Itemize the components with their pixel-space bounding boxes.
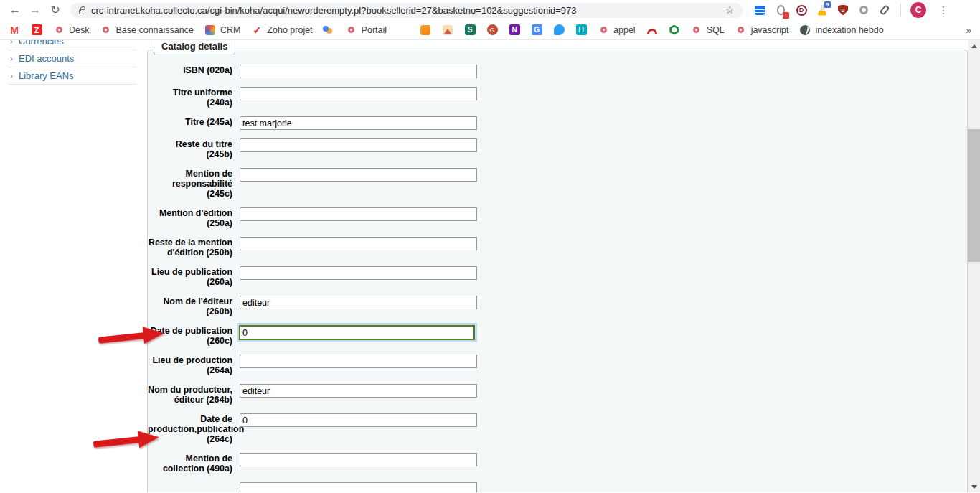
scrollbar-thumb[interactable] bbox=[968, 129, 980, 262]
form-row-date-production-264c: Date de production,publication (264c) bbox=[148, 413, 477, 444]
field-label: Mention de collection (490a) bbox=[148, 453, 232, 474]
form-row-date-publication-260c: Date de publication (260c) bbox=[148, 325, 477, 346]
paperclip-icon[interactable] bbox=[878, 4, 891, 17]
form-row-titre-uniforme-240a: Titre uniforme (240a) bbox=[148, 87, 477, 108]
lieu-publication-260a-input[interactable] bbox=[240, 266, 477, 280]
bookmark-label: Base connaissance bbox=[116, 25, 193, 35]
field-label: Titre uniforme (240a) bbox=[148, 87, 232, 108]
bookmark-appel[interactable]: appel bbox=[598, 24, 636, 36]
flask-icon[interactable]: 9 bbox=[816, 4, 829, 17]
bookmark-arch[interactable] bbox=[646, 24, 658, 36]
field-label: Lieu de production (264a) bbox=[148, 355, 232, 375]
checkmark-icon: ✓ bbox=[251, 24, 263, 36]
catalog-form: ISBN (020a) Titre uniforme (240a) Titre … bbox=[148, 65, 477, 492]
mention-collection-490a-input[interactable] bbox=[240, 453, 477, 466]
field-label: Nom de l'éditeur (260b) bbox=[148, 296, 232, 316]
listen-icon[interactable]: ! bbox=[774, 4, 787, 17]
edition-250a-input[interactable] bbox=[240, 207, 477, 221]
bookmark-indexation-hebdo[interactable]: indexation hebdo bbox=[799, 24, 883, 36]
nom-editeur-260b-input[interactable] bbox=[240, 296, 477, 309]
scroll-up-icon[interactable] bbox=[968, 40, 980, 52]
bookmark-zoho-mail[interactable]: Z bbox=[31, 24, 42, 36]
profile-avatar[interactable]: C bbox=[910, 2, 926, 18]
bookmark-hexagon[interactable] bbox=[669, 24, 680, 36]
bookmark-g-app[interactable]: G bbox=[486, 24, 498, 36]
shield-icon[interactable]: u bbox=[837, 4, 849, 17]
sidebar-item-edi-accounts[interactable]: › EDI accounts bbox=[9, 50, 136, 67]
bookmark-onenote[interactable]: N bbox=[509, 24, 520, 36]
vertical-scrollbar[interactable] bbox=[968, 40, 980, 492]
bookmark-chat[interactable] bbox=[553, 24, 565, 36]
form-row-reste-titre-245b: Reste du titre (245b) bbox=[148, 138, 477, 159]
form-row-titre-245a: Titre (245a) bbox=[148, 116, 477, 130]
field-label: ISBN (020a) bbox=[148, 65, 232, 75]
arch-icon bbox=[646, 24, 658, 36]
zoho-swirl-icon bbox=[100, 24, 111, 36]
sidebar-item-currencies[interactable]: › Currencies bbox=[9, 40, 136, 50]
bookmark-portail[interactable]: Portail bbox=[346, 24, 387, 36]
reste-titre-245b-input[interactable] bbox=[240, 138, 477, 152]
bookmark-label: SQL bbox=[707, 25, 725, 35]
titre-245a-input[interactable] bbox=[240, 116, 477, 130]
sidebar-item-library-eans[interactable]: › Library EANs bbox=[9, 67, 136, 85]
zoho-swirl-icon bbox=[735, 24, 747, 36]
bookmark-translate[interactable]: G bbox=[531, 24, 542, 36]
scroll-down-icon[interactable] bbox=[968, 481, 980, 492]
form-row-responsabilite-245c: Mention de responsabilité (245c) bbox=[148, 168, 477, 199]
d-extension-icon[interactable]: D bbox=[795, 4, 808, 17]
count-badge: 9 bbox=[824, 1, 831, 8]
field-label: Titre (245a) bbox=[148, 116, 232, 127]
field-label: Nom du producteur, éditeur (264b) bbox=[148, 384, 232, 405]
bookmark-label: CRM bbox=[220, 25, 240, 35]
zoho-swirl-icon bbox=[346, 24, 357, 36]
bookmark-desk[interactable]: Desk bbox=[53, 24, 89, 36]
forward-icon[interactable]: → bbox=[26, 1, 44, 19]
bookmark-people[interactable] bbox=[324, 24, 335, 36]
zoho-swirl-icon bbox=[53, 24, 65, 36]
titre-uniforme-240a-input[interactable] bbox=[240, 87, 477, 100]
bookmark-javascript[interactable]: javascript bbox=[735, 24, 789, 36]
form-row-partial-bottom bbox=[148, 482, 477, 492]
padlock-icon[interactable] bbox=[79, 9, 85, 14]
bookmark-code[interactable]: [] bbox=[575, 24, 587, 36]
zoho-swirl-icon bbox=[598, 24, 609, 36]
field-label: Mention de responsabilité (245c) bbox=[148, 168, 232, 199]
responsabilite-245c-input[interactable] bbox=[240, 168, 477, 182]
isbn-020a-input[interactable] bbox=[240, 65, 477, 78]
bookmark-photos[interactable] bbox=[442, 24, 453, 36]
bookmark-gmail[interactable]: M bbox=[9, 24, 20, 36]
sidebar-item-label: Currencies bbox=[19, 40, 64, 47]
reste-edition-250b-input[interactable] bbox=[240, 237, 477, 250]
date-publication-260c-input[interactable] bbox=[239, 325, 475, 340]
lieu-production-264a-input[interactable] bbox=[240, 355, 477, 368]
bookmark-crm[interactable]: CRM bbox=[204, 24, 240, 36]
bookmark-zoho-projet[interactable]: ✓Zoho projet bbox=[251, 24, 312, 36]
back-icon[interactable]: ← bbox=[6, 1, 24, 19]
sidebar-item-label: Library EANs bbox=[19, 70, 74, 81]
partial-bottom-input[interactable] bbox=[240, 482, 477, 492]
spreadsheet-icon[interactable] bbox=[753, 4, 766, 17]
nom-producteur-264b-input[interactable] bbox=[240, 384, 477, 398]
g-badge-icon: G bbox=[487, 24, 498, 35]
address-bar[interactable]: crc-intranet.koha.collecto.ca/cgi-bin/ko… bbox=[70, 3, 743, 18]
date-production-264c-input[interactable] bbox=[240, 413, 477, 427]
url-text[interactable]: crc-intranet.koha.collecto.ca/cgi-bin/ko… bbox=[91, 5, 577, 16]
browser-menu-icon[interactable]: ⋮ bbox=[934, 4, 953, 16]
field-label bbox=[148, 482, 232, 483]
bookmark-label: Desk bbox=[69, 25, 89, 35]
browser-toolbar: ← → ↻ crc-intranet.koha.collecto.ca/cgi-… bbox=[0, 0, 980, 20]
bookmark-microsoft[interactable] bbox=[397, 24, 409, 36]
bookmark-s-app[interactable]: S bbox=[464, 24, 476, 36]
bookmark-label: appel bbox=[613, 25, 636, 35]
form-row-edition-250a: Mention d'édition (250a) bbox=[148, 207, 477, 228]
bookmark-star-icon[interactable]: ☆ bbox=[725, 4, 735, 17]
bookmark-cube[interactable] bbox=[420, 24, 431, 36]
more-bookmarks-icon[interactable]: » bbox=[966, 24, 971, 36]
bookmark-sql[interactable]: SQL bbox=[691, 24, 725, 36]
reload-icon[interactable]: ↻ bbox=[46, 1, 65, 19]
sidebar-menu: › Currencies › EDI accounts › Library EA… bbox=[9, 40, 136, 85]
chevron-right-icon: › bbox=[10, 54, 13, 64]
chat-icon bbox=[553, 24, 565, 36]
bookmark-base-connaissance[interactable]: Base connaissance bbox=[100, 24, 193, 36]
power-ring-icon[interactable] bbox=[857, 4, 870, 17]
